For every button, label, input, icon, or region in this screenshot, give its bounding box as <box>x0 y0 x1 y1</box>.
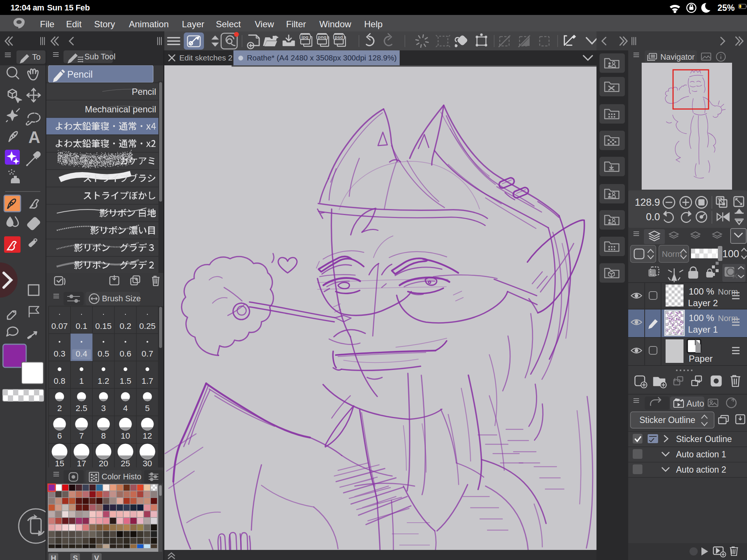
svg-text:A: A <box>28 128 40 146</box>
svg-text:17: 17 <box>77 459 86 467</box>
svg-text:7: 7 <box>79 431 84 441</box>
svg-text:0.7: 0.7 <box>142 349 153 358</box>
svg-text:Norm: Norm <box>662 249 682 259</box>
svg-text:Sticker Outline: Sticker Outline <box>676 434 732 444</box>
svg-text:0.2: 0.2 <box>120 321 131 331</box>
svg-text:Norm: Norm <box>718 314 738 323</box>
svg-text:Auto action 1: Auto action 1 <box>676 449 726 459</box>
svg-text:0.5: 0.5 <box>97 349 109 358</box>
svg-text:8: 8 <box>101 431 106 441</box>
svg-text:1.5: 1.5 <box>120 376 131 386</box>
svg-text:2: 2 <box>57 404 62 413</box>
svg-text:H: H <box>51 554 56 560</box>
svg-text:Norm: Norm <box>718 287 738 296</box>
svg-text:Mechanical pencil: Mechanical pencil <box>85 104 156 114</box>
svg-text:0.25: 0.25 <box>139 321 156 331</box>
svg-text:100: 100 <box>722 248 739 259</box>
svg-text:1.2: 1.2 <box>97 376 109 386</box>
svg-text:S: S <box>73 554 78 560</box>
svg-text:30: 30 <box>143 459 152 467</box>
svg-text:Brush Size: Brush Size <box>102 294 141 303</box>
svg-text:20: 20 <box>99 459 108 467</box>
svg-text:0.0: 0.0 <box>646 211 660 223</box>
svg-text:25: 25 <box>121 459 130 467</box>
svg-text:V: V <box>94 554 99 560</box>
svg-text:100 %: 100 % <box>689 286 714 296</box>
svg-text:Color Histo: Color Histo <box>102 472 141 481</box>
svg-text:5: 5 <box>145 404 150 413</box>
svg-text:psd: psd <box>335 35 343 40</box>
svg-text:15: 15 <box>55 459 64 467</box>
svg-text:128.9: 128.9 <box>635 197 660 208</box>
svg-text:Paper: Paper <box>689 354 713 364</box>
svg-text:0.07: 0.07 <box>52 321 68 331</box>
svg-text:Layer 1: Layer 1 <box>688 324 718 335</box>
svg-text:Auto: Auto <box>686 399 704 408</box>
svg-text:6: 6 <box>57 431 62 441</box>
svg-text:1: 1 <box>79 376 84 386</box>
svg-text:0.8: 0.8 <box>54 376 65 386</box>
svg-text:4: 4 <box>123 404 128 413</box>
svg-text:100 %: 100 % <box>689 313 714 323</box>
svg-text:Pencil: Pencil <box>67 69 93 80</box>
svg-text:Pencil: Pencil <box>132 87 156 97</box>
svg-text:To: To <box>32 53 41 62</box>
svg-text:3: 3 <box>101 404 106 413</box>
svg-text:Sticker Outline: Sticker Outline <box>639 415 695 425</box>
svg-text:Navigator: Navigator <box>660 53 695 62</box>
svg-text:12: 12 <box>143 431 152 441</box>
svg-text:jpg: jpg <box>301 35 309 40</box>
svg-text:Layer 2: Layer 2 <box>688 298 718 308</box>
svg-text:10: 10 <box>121 431 130 441</box>
svg-text:0.1: 0.1 <box>76 321 87 331</box>
svg-text:png: png <box>318 35 326 40</box>
svg-text:Sub Tool: Sub Tool <box>84 52 115 61</box>
svg-text:Auto action 2: Auto action 2 <box>676 465 726 475</box>
svg-text:2.5: 2.5 <box>76 404 87 413</box>
svg-text:0.6: 0.6 <box>120 349 131 358</box>
svg-text:0.3: 0.3 <box>54 349 65 358</box>
svg-text:0.4: 0.4 <box>76 349 87 358</box>
svg-text:1.7: 1.7 <box>142 376 153 386</box>
svg-text:0.15: 0.15 <box>95 321 112 331</box>
